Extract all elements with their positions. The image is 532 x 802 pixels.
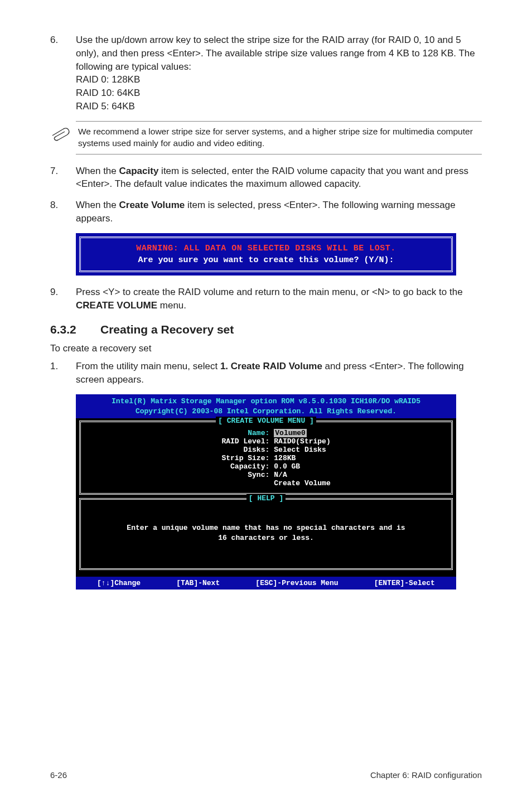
raid-level-label: RAID Level:	[201, 437, 274, 446]
name-value[interactable]: Volume0	[274, 429, 307, 437]
note-text: We recommend a lower stripe size for ser…	[76, 121, 482, 154]
text-bold: Create Volume	[119, 200, 185, 210]
step-body: Press <Y> to create the RAID volume and …	[76, 286, 482, 312]
text-pre: When the	[76, 166, 119, 176]
sync-label: Sync:	[201, 471, 274, 479]
text-pre: When the	[76, 200, 119, 210]
key-hint-prev: [ESC]-Previous Menu	[255, 579, 338, 587]
disks-value[interactable]: Select Disks	[274, 446, 326, 454]
step-body: Use the up/down arrow key to select the …	[76, 33, 482, 113]
page-footer: 6-26 Chapter 6: RAID configuration	[50, 755, 482, 780]
key-hint-select: [ENTER]-Select	[374, 579, 435, 587]
bios-header-line2: Copyright(C) 2003-08 Intel Corporation. …	[79, 407, 453, 417]
step-9: 9. Press <Y> to create the RAID volume a…	[50, 286, 482, 312]
step-body: When the Create Volume item is selected,…	[76, 199, 482, 225]
text-bold: 1. Create RAID Volume	[220, 361, 322, 371]
step-8: 8. When the Create Volume item is select…	[50, 199, 482, 225]
help-text-line2: 16 characters or less.	[93, 533, 439, 543]
confirm-text: Are you sure you want to create this vol…	[138, 255, 394, 265]
warning-text: WARNING: ALL DATA ON SELECTED DISKS WILL…	[91, 244, 441, 253]
section-intro: To create a recovery set	[50, 343, 482, 354]
raid5-line: RAID 5: 64KB	[76, 100, 482, 113]
bios-footer: [↑↓]Change [TAB]-Next [ESC]-Previous Men…	[76, 577, 456, 590]
warning-dialog: WARNING: ALL DATA ON SELECTED DISKS WILL…	[76, 233, 456, 276]
text-pre: Press <Y> to create the RAID volume and …	[76, 287, 463, 297]
page-number: 6-26	[50, 770, 67, 780]
section-heading: 6.3.2 Creating a Recovery set	[50, 323, 482, 336]
bios-screenshot: Intel(R) Matrix Storage Manager option R…	[76, 394, 456, 590]
paperclip-icon	[50, 121, 76, 144]
strip-size-value[interactable]: 128KB	[274, 454, 296, 462]
note-row: We recommend a lower stripe size for ser…	[50, 121, 482, 154]
text-bold: CREATE VOLUME	[76, 300, 157, 311]
step-6: 6. Use the up/down arrow key to select t…	[50, 33, 482, 113]
step-text: Use the up/down arrow key to select the …	[76, 35, 475, 72]
key-hint-change: [↑↓]Change	[97, 579, 141, 587]
text-post: menu.	[157, 300, 186, 311]
capacity-value[interactable]: 0.0 GB	[274, 462, 300, 471]
create-volume-frame: [ CREATE VOLUME MENU ] Name:Volume0 RAID…	[79, 421, 453, 495]
step-number: 6.	[50, 33, 76, 113]
help-text-line1: Enter a unique volume name that has no s…	[93, 523, 439, 533]
text-bold: Capacity	[119, 166, 159, 176]
key-hint-next: [TAB]-Next	[176, 579, 220, 587]
step-7: 7. When the Capacity item is selected, e…	[50, 165, 482, 191]
raid0-line: RAID 0: 128KB	[76, 73, 482, 86]
strip-size-label: Strip Size:	[201, 454, 274, 462]
name-label: Name:	[201, 429, 274, 437]
help-frame: [ HELP ] Enter a unique volume name that…	[79, 498, 453, 570]
step-body: When the Capacity item is selected, ente…	[76, 165, 482, 191]
create-volume-action[interactable]: Create Volume	[274, 479, 330, 487]
section-number: 6.3.2	[50, 323, 100, 336]
raid-level-value[interactable]: RAID0(Stripe)	[274, 437, 330, 446]
raid10-line: RAID 10: 64KB	[76, 86, 482, 100]
sync-value: N/A	[274, 471, 287, 479]
bios-header-line1: Intel(R) Matrix Storage Manager option R…	[79, 397, 453, 407]
step-number: 1.	[50, 360, 76, 386]
help-title: [ HELP ]	[246, 494, 286, 503]
section-title: Creating a Recovery set	[100, 323, 234, 336]
text-pre: From the utility main menu, select	[76, 361, 220, 371]
step-body: From the utility main menu, select 1. Cr…	[76, 360, 482, 386]
step-1: 1. From the utility main menu, select 1.…	[50, 360, 482, 386]
bios-header: Intel(R) Matrix Storage Manager option R…	[76, 394, 456, 418]
disks-label: Disks:	[201, 446, 274, 454]
chapter-title: Chapter 6: RAID configuration	[370, 770, 482, 780]
step-number: 7.	[50, 165, 76, 191]
create-volume-title: [ CREATE VOLUME MENU ]	[216, 417, 316, 425]
step-number: 8.	[50, 199, 76, 225]
capacity-label: Capacity:	[201, 462, 274, 471]
step-number: 9.	[50, 286, 76, 312]
